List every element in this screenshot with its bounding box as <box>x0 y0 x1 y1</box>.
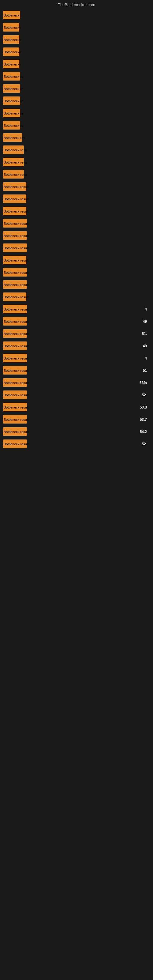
bar-value: 52. <box>142 442 147 446</box>
bar-label: Bottleneck result <box>4 210 29 213</box>
bar-row: Bottleneck resu <box>3 144 150 156</box>
bar-label: Bottleneck result <box>4 356 29 360</box>
bar-label: Bottleneck result <box>4 320 29 323</box>
bar-row: Bottleneck result <box>3 267 150 278</box>
bar-value: 53.3 <box>140 405 147 409</box>
bar-row: Bottleneck re <box>3 120 150 131</box>
bar-label: Bottleneck result <box>4 418 29 422</box>
bar-row: Bottleneck resu <box>3 169 150 180</box>
bar-label: Bottleneck result <box>4 197 29 201</box>
bar-label: Bottleneck r <box>4 26 21 29</box>
bar-label: Bottleneck result <box>4 406 29 409</box>
bar-row: Bottleneck result <box>3 242 150 254</box>
bar-label: Bottleneck re <box>4 87 23 91</box>
bar-label: Bottleneck r <box>4 50 21 54</box>
bar-label: Bottleneck re <box>4 99 23 103</box>
bar-row: Bottleneck res <box>3 132 150 144</box>
bar-row: Bottleneck <box>3 10 150 21</box>
bar-label: Bottleneck re <box>4 111 23 115</box>
bar-value: 49 <box>143 320 147 324</box>
bar-label: Bottleneck result <box>4 344 29 348</box>
bar-row: Bottleneck result54.2 <box>3 426 150 438</box>
bar-row: Bottleneck result <box>3 193 150 205</box>
bar-row: Bottleneck result52. <box>3 438 150 450</box>
bar-value: 51. <box>142 332 147 336</box>
bar-row: Bottleneck result52. <box>3 389 150 401</box>
header: TheBottlenecker.com <box>0 0 153 8</box>
bar-row: Bottleneck r <box>3 46 150 58</box>
bar-value: 52. <box>142 393 147 397</box>
bar-row: Bottleneck result <box>3 255 150 266</box>
bar-row: Bottleneck r <box>3 22 150 33</box>
bar-row: Bottleneck result <box>3 291 150 303</box>
bar-row: Bottleneck result4 <box>3 353 150 364</box>
bar-row: Bottleneck result <box>3 279 150 291</box>
bar-label: Bottleneck resu <box>4 161 27 164</box>
bar-label: Bottleneck result <box>4 393 29 397</box>
bar-label: Bottleneck <box>4 13 19 17</box>
bar-row: Bottleneck r <box>3 34 150 46</box>
bar-value: 53.7 <box>140 417 147 422</box>
bar-label: Bottleneck result <box>4 246 29 250</box>
bar-label: Bottleneck result <box>4 185 29 189</box>
bar-value: 49 <box>143 344 147 348</box>
bar-row: Bottleneck re <box>3 108 150 119</box>
bar-row: Bottleneck result <box>3 218 150 229</box>
bar-label: Bottleneck result <box>4 283 29 286</box>
bar-label: Bottleneck result <box>4 332 29 336</box>
bar-label: Bottleneck re <box>4 75 23 78</box>
bar-row: Bottleneck resu <box>3 156 150 168</box>
bar-value: 4 <box>145 356 147 360</box>
chart-container: BottleneckBottleneck rBottleneck rBottle… <box>0 8 153 452</box>
bar-row: Bottleneck result53.7 <box>3 414 150 425</box>
bar-row: Bottleneck result <box>3 230 150 242</box>
bar-label: Bottleneck res <box>4 136 25 140</box>
bar-label: Bottleneck resu <box>4 148 27 152</box>
bar-label: Bottleneck result <box>4 307 29 311</box>
bar-label: Bottleneck result <box>4 295 29 299</box>
bar-value: 4 <box>145 307 147 312</box>
bar-label: Bottleneck result <box>4 369 29 372</box>
bar-label: Bottleneck resu <box>4 173 27 177</box>
bar-label: Bottleneck result <box>4 258 29 262</box>
bar-row: Bottleneck result49 <box>3 340 150 352</box>
site-title: TheBottlenecker.com <box>58 2 95 7</box>
bar-row: Bottleneck result <box>3 205 150 217</box>
bar-row: Bottleneck result51 <box>3 365 150 376</box>
bar-value: 54.2 <box>140 430 147 434</box>
bar-label: Bottleneck result <box>4 430 29 434</box>
bar-value: 53% <box>140 381 147 385</box>
bar-row: Bottleneck result <box>3 181 150 192</box>
bar-row: Bottleneck result51. <box>3 328 150 340</box>
bar-row: Bottleneck result49 <box>3 316 150 328</box>
bar-row: Bottleneck re <box>3 71 150 83</box>
bar-row: Bottleneck result4 <box>3 304 150 315</box>
bar-label: Bottleneck result <box>4 442 29 446</box>
bar-row: Bottleneck re <box>3 95 150 107</box>
bar-label: Bottleneck r <box>4 62 21 66</box>
bar-label: Bottleneck result <box>4 271 29 274</box>
bar-row: Bottleneck result53.3 <box>3 401 150 413</box>
bar-row: Bottleneck r <box>3 59 150 70</box>
bar-value: 51 <box>143 368 147 373</box>
bar-label: Bottleneck result <box>4 222 29 225</box>
bar-label: Bottleneck result <box>4 381 29 385</box>
bar-row: Bottleneck result53% <box>3 377 150 389</box>
bar-label: Bottleneck r <box>4 38 21 41</box>
bar-row: Bottleneck re <box>3 83 150 95</box>
bar-label: Bottleneck result <box>4 234 29 238</box>
bar-label: Bottleneck re <box>4 124 23 127</box>
